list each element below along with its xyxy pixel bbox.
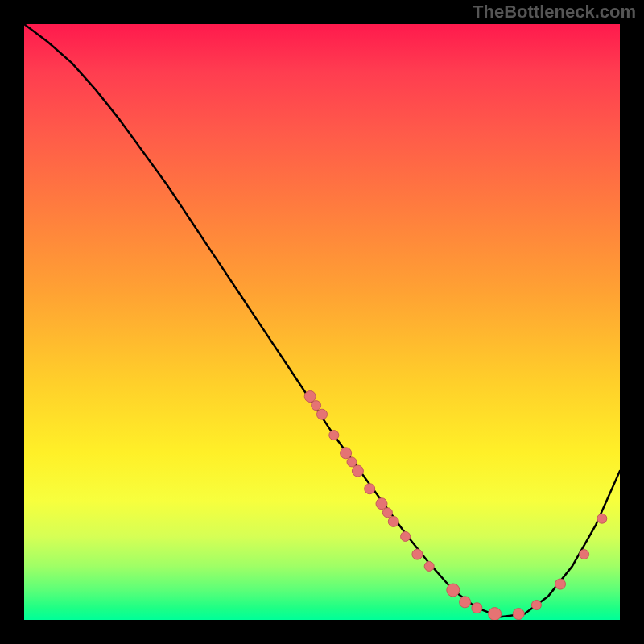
- data-point: [489, 608, 502, 620]
- data-point: [352, 465, 363, 477]
- data-point: [401, 531, 411, 541]
- data-point: [472, 603, 482, 613]
- data-points: [304, 391, 607, 621]
- data-point: [388, 516, 398, 526]
- watermark-text: TheBottleneck.com: [473, 2, 636, 23]
- data-point: [365, 484, 375, 494]
- data-point: [304, 391, 316, 402]
- chart-svg: [24, 24, 620, 620]
- data-point: [580, 550, 589, 559]
- chart-frame: TheBottleneck.com: [0, 0, 644, 644]
- data-point: [531, 601, 541, 610]
- data-point: [513, 609, 524, 620]
- data-point: [347, 457, 357, 467]
- data-point: [597, 514, 607, 523]
- data-point: [447, 584, 460, 597]
- data-point: [412, 549, 423, 559]
- data-point: [460, 597, 471, 608]
- data-point: [555, 579, 566, 589]
- plot-area: [24, 24, 620, 620]
- data-point: [317, 409, 328, 419]
- bottleneck-curve: [24, 24, 620, 617]
- data-point: [312, 401, 321, 411]
- data-point: [382, 508, 392, 518]
- data-point: [329, 431, 339, 440]
- data-point: [341, 448, 352, 459]
- data-point: [424, 561, 434, 571]
- data-point: [376, 498, 387, 510]
